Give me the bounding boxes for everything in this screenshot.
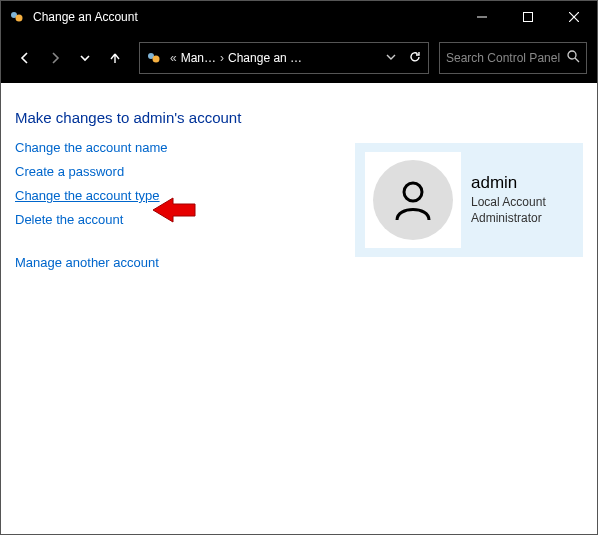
refresh-button[interactable]: [408, 50, 422, 67]
window-title: Change an Account: [33, 10, 138, 24]
link-create-password[interactable]: Create a password: [15, 164, 124, 179]
forward-button[interactable]: [41, 44, 69, 72]
up-button[interactable]: [101, 44, 129, 72]
address-dropdown-icon[interactable]: [386, 51, 396, 65]
close-button[interactable]: [551, 1, 597, 33]
maximize-button[interactable]: [505, 1, 551, 33]
link-change-name[interactable]: Change the account name: [15, 140, 168, 155]
link-delete-account[interactable]: Delete the account: [15, 212, 123, 227]
link-manage-another[interactable]: Manage another account: [15, 255, 159, 270]
account-card: admin Local Account Administrator: [355, 143, 583, 257]
svg-rect-3: [524, 13, 533, 22]
avatar-placeholder-icon: [373, 160, 453, 240]
svg-point-8: [568, 51, 576, 59]
address-segment-2[interactable]: Change an …: [228, 51, 302, 65]
account-text: admin Local Account Administrator: [471, 173, 546, 226]
window-controls: [459, 1, 597, 33]
address-icon: [146, 50, 162, 66]
app-icon: [9, 9, 25, 25]
search-box[interactable]: [439, 42, 587, 74]
link-change-type[interactable]: Change the account type: [15, 188, 160, 203]
content-area: Make changes to admin's account Change t…: [1, 83, 597, 534]
account-role: Administrator: [471, 211, 546, 227]
address-bar[interactable]: « Man… › Change an …: [139, 42, 429, 74]
minimize-button[interactable]: [459, 1, 505, 33]
account-type: Local Account: [471, 195, 546, 211]
svg-point-1: [16, 15, 23, 22]
account-name: admin: [471, 173, 546, 193]
page-heading: Make changes to admin's account: [15, 109, 583, 126]
svg-point-11: [404, 183, 422, 201]
address-prefix: «: [170, 51, 177, 65]
recent-dropdown[interactable]: [71, 44, 99, 72]
address-segment-1[interactable]: Man…: [181, 51, 216, 65]
svg-point-7: [153, 56, 160, 63]
titlebar: Change an Account: [1, 1, 597, 33]
navbar: « Man… › Change an …: [1, 33, 597, 83]
svg-line-9: [575, 58, 579, 62]
chevron-right-icon: ›: [220, 51, 224, 65]
search-icon[interactable]: [567, 50, 580, 66]
avatar: [365, 152, 461, 248]
back-button[interactable]: [11, 44, 39, 72]
search-input[interactable]: [446, 51, 563, 65]
